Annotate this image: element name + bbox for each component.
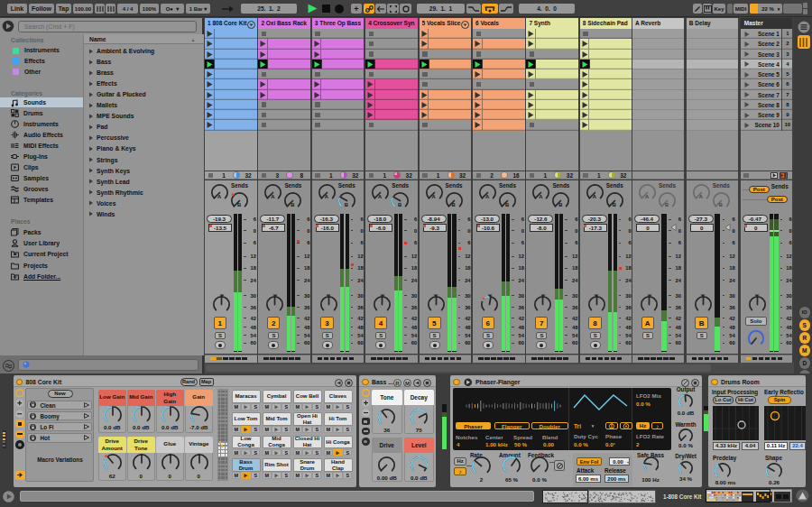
svg-text:R: R — [395, 380, 400, 385]
svg-text:M: M — [405, 380, 410, 385]
